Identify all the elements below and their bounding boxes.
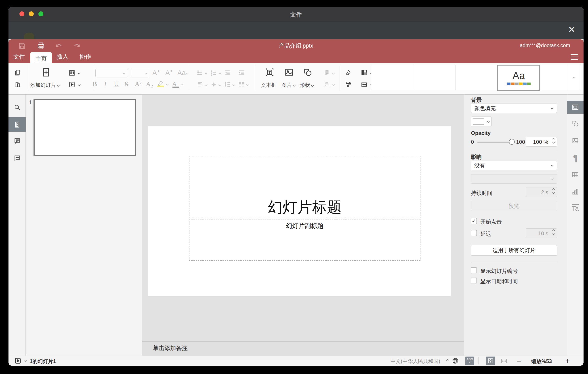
duration-input[interactable]: 2 s	[526, 187, 557, 197]
slide[interactable]: 幻灯片标题 幻灯片副标题	[148, 126, 451, 296]
start-on-click-checkbox[interactable]: ✓	[471, 218, 477, 224]
chevron-down-icon[interactable]	[219, 83, 221, 86]
zoom-out-button[interactable]: −	[517, 357, 521, 365]
align-icon[interactable]	[197, 81, 203, 88]
font-size-select[interactable]	[131, 69, 149, 77]
chevron-down-icon[interactable]	[78, 83, 81, 86]
fit-slide-icon[interactable]	[486, 357, 495, 365]
tab-home-bg[interactable]: 主页	[30, 52, 52, 63]
delay-input[interactable]: 10 s	[526, 228, 557, 238]
font-color-icon[interactable]: A	[172, 80, 177, 88]
shape-icon[interactable]	[303, 67, 313, 77]
decrease-font-icon[interactable]: A▼	[165, 69, 173, 77]
arrange-icon[interactable]	[324, 69, 330, 76]
add-slide-button[interactable]: 添加幻灯片	[30, 82, 59, 88]
image-button[interactable]: 图片	[282, 82, 295, 88]
theme-tile-3[interactable]	[455, 65, 498, 90]
chevron-down-icon[interactable]	[332, 83, 335, 86]
preview-button[interactable]: 预览	[471, 201, 557, 211]
bullet-list-icon[interactable]	[197, 69, 203, 76]
menu-icon[interactable]	[571, 54, 578, 60]
shape-settings-icon[interactable]	[567, 117, 584, 130]
numbered-list-icon[interactable]: 123	[210, 69, 217, 76]
comments-icon[interactable]	[9, 134, 26, 148]
italic-icon[interactable]: I	[104, 80, 106, 88]
chevron-down-icon[interactable]	[205, 83, 208, 86]
spellcheck-icon[interactable]: ABC✓	[465, 357, 474, 365]
notes-area[interactable]: 单击添加备注	[142, 341, 464, 356]
background-fill-select[interactable]: 颜色填充	[471, 104, 557, 113]
start-slideshow-icon[interactable]	[68, 81, 75, 88]
effect-select[interactable]: 没有	[471, 161, 557, 170]
image-settings-icon[interactable]	[567, 134, 584, 147]
chevron-down-icon[interactable]	[246, 83, 249, 86]
zoom-in-button[interactable]: +	[565, 356, 570, 366]
underline-icon[interactable]: U	[114, 80, 119, 88]
subscript-icon[interactable]: A₂	[146, 80, 153, 88]
columns-icon[interactable]	[238, 81, 245, 88]
strikethrough-icon[interactable]: S	[125, 80, 128, 88]
slide-settings-icon[interactable]	[567, 101, 584, 114]
slide-thumbnail[interactable]	[33, 99, 136, 156]
chevron-down-icon[interactable]	[205, 72, 208, 75]
vertical-align-icon[interactable]	[210, 81, 217, 88]
decrease-indent-icon[interactable]	[224, 69, 231, 76]
start-slideshow-status-icon[interactable]	[14, 357, 21, 364]
chevron-down-icon[interactable]	[180, 83, 183, 86]
globe-icon[interactable]	[452, 357, 459, 364]
slides-panel-icon[interactable]	[9, 117, 26, 132]
show-date-time-checkbox[interactable]	[471, 278, 477, 283]
opacity-slider-handle[interactable]	[509, 139, 515, 145]
add-slide-icon[interactable]	[41, 67, 51, 77]
text-art-settings-icon[interactable]: Ta	[567, 201, 584, 215]
chevron-down-icon[interactable]	[166, 83, 169, 86]
text-box-button[interactable]: 文本框	[261, 82, 276, 88]
theme-gallery-expand-icon[interactable]	[573, 76, 576, 79]
search-icon[interactable]	[9, 101, 26, 114]
tab-file[interactable]: 文件	[13, 53, 25, 61]
color-scheme-icon[interactable]	[361, 69, 368, 76]
table-settings-icon[interactable]	[567, 168, 584, 181]
font-name-select[interactable]	[95, 69, 128, 77]
opacity-slider-track[interactable]	[477, 142, 511, 143]
slide-layout-icon[interactable]	[68, 69, 75, 77]
select-tool-icon[interactable]	[345, 69, 352, 76]
increase-indent-icon[interactable]	[238, 69, 245, 76]
slide-size-icon[interactable]	[361, 81, 368, 88]
paste-icon[interactable]	[14, 81, 21, 88]
superscript-icon[interactable]: A²	[135, 80, 142, 88]
chevron-down-icon[interactable]	[24, 359, 27, 362]
background-color-swatch[interactable]	[471, 117, 492, 126]
tab-insert[interactable]: 插入	[57, 53, 68, 61]
chat-icon[interactable]	[9, 151, 26, 165]
fit-width-icon[interactable]	[501, 358, 507, 364]
align-shape-icon[interactable]	[324, 81, 330, 88]
language-selector[interactable]: 中文(中华人民共和国)	[390, 358, 440, 365]
tab-home[interactable]: 主页	[30, 55, 52, 63]
theme-tile-selected[interactable]: Aa	[497, 65, 540, 91]
show-slide-number-checkbox[interactable]	[471, 267, 477, 273]
chart-settings-icon[interactable]	[567, 185, 584, 198]
subtitle-placeholder[interactable]: 幻灯片副标题	[189, 219, 420, 261]
chevron-down-icon[interactable]	[232, 83, 235, 86]
theme-tile-2[interactable]	[413, 65, 455, 90]
change-case-icon[interactable]: Aa	[177, 69, 186, 77]
opacity-input[interactable]: 100 %	[526, 137, 557, 146]
highlight-color-icon[interactable]	[157, 80, 164, 87]
copy-style-icon[interactable]	[345, 81, 352, 88]
tab-collaboration[interactable]: 协作	[80, 53, 91, 61]
text-box-icon[interactable]	[264, 67, 275, 77]
chevron-down-icon[interactable]	[332, 72, 335, 75]
image-icon[interactable]	[284, 67, 294, 77]
effect-type-select[interactable]	[471, 174, 557, 184]
title-placeholder[interactable]: 幻灯片标题	[189, 156, 420, 218]
close-icon[interactable]: ✕	[568, 25, 576, 34]
paragraph-settings-icon[interactable]: ¶	[567, 151, 584, 165]
increase-font-icon[interactable]: A▲	[152, 69, 160, 77]
copy-icon[interactable]	[14, 69, 21, 76]
chevron-down-icon[interactable]	[78, 72, 81, 75]
chevron-down-icon[interactable]	[219, 72, 221, 75]
delay-checkbox[interactable]	[471, 230, 477, 236]
theme-tile-1[interactable]	[371, 65, 413, 90]
shape-button[interactable]: 形状	[300, 82, 314, 88]
